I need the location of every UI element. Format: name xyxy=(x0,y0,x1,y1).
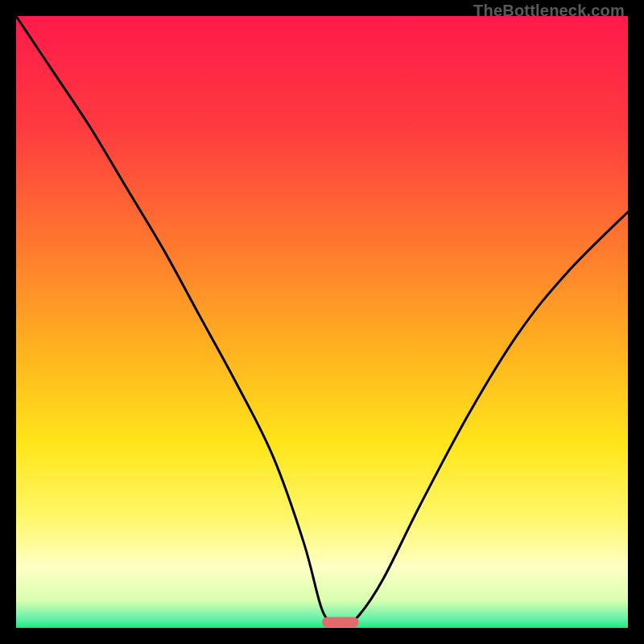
watermark-text: TheBottleneck.com xyxy=(473,2,625,20)
gradient-background xyxy=(16,16,628,628)
bottleneck-chart xyxy=(16,16,628,628)
chart-frame xyxy=(16,16,628,628)
optimal-marker xyxy=(322,617,359,627)
marker-layer xyxy=(322,617,359,627)
